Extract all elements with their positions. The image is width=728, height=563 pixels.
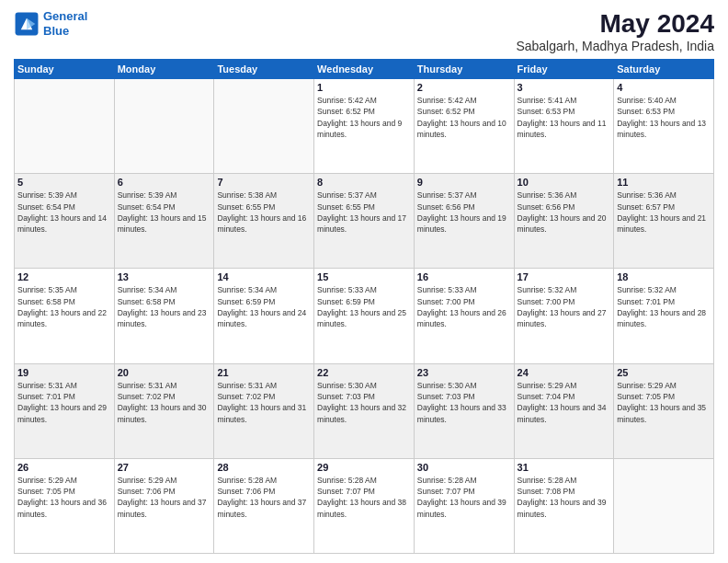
day-info: Sunrise: 5:29 AMSunset: 7:04 PMDaylight:… [518,380,611,425]
week-row-3: 19Sunrise: 5:31 AMSunset: 7:01 PMDayligh… [15,363,714,458]
day-number: 15 [317,271,411,282]
calendar-body: 1Sunrise: 5:42 AMSunset: 6:52 PMDaylight… [15,79,714,554]
logo-blue: Blue [43,24,69,38]
week-row-4: 26Sunrise: 5:29 AMSunset: 7:05 PMDayligh… [15,458,714,553]
calendar-cell: 29Sunrise: 5:28 AMSunset: 7:07 PMDayligh… [314,458,415,553]
day-number: 16 [417,271,511,282]
day-number: 28 [217,462,311,473]
day-info: Sunrise: 5:31 AMSunset: 7:02 PMDaylight:… [118,380,211,425]
title-block: May 2024 Sabalgarh, Madhya Pradesh, Indi… [516,9,714,53]
day-info: Sunrise: 5:34 AMSunset: 6:59 PMDaylight:… [217,284,311,329]
calendar-cell [214,79,314,174]
calendar-cell: 17Sunrise: 5:32 AMSunset: 7:00 PMDayligh… [514,269,614,363]
day-number: 30 [417,462,511,473]
day-number: 9 [417,177,511,188]
day-info: Sunrise: 5:31 AMSunset: 7:02 PMDaylight:… [217,380,311,425]
calendar-cell: 6Sunrise: 5:39 AMSunset: 6:54 PMDaylight… [114,174,214,269]
day-info: Sunrise: 5:29 AMSunset: 7:05 PMDaylight:… [17,475,111,520]
calendar-cell: 21Sunrise: 5:31 AMSunset: 7:02 PMDayligh… [214,363,314,458]
day-info: Sunrise: 5:29 AMSunset: 7:05 PMDaylight:… [617,380,711,425]
calendar-cell [614,458,714,553]
day-info: Sunrise: 5:38 AMSunset: 6:55 PMDaylight:… [217,190,311,235]
logo: General Blue [14,9,87,38]
calendar-cell: 16Sunrise: 5:33 AMSunset: 7:00 PMDayligh… [414,269,514,363]
day-number: 13 [118,271,211,282]
day-number: 17 [518,271,611,282]
day-info: Sunrise: 5:31 AMSunset: 7:01 PMDaylight:… [17,380,111,425]
day-number: 2 [417,82,511,93]
day-info: Sunrise: 5:42 AMSunset: 6:52 PMDaylight:… [317,95,411,140]
day-info: Sunrise: 5:28 AMSunset: 7:06 PMDaylight:… [217,475,311,520]
day-number: 1 [317,82,411,93]
calendar-cell: 13Sunrise: 5:34 AMSunset: 6:58 PMDayligh… [114,269,214,363]
header-day-sunday: Sunday [15,60,115,79]
calendar-cell: 1Sunrise: 5:42 AMSunset: 6:52 PMDaylight… [314,79,415,174]
header: General Blue May 2024 Sabalgarh, Madhya … [14,9,714,53]
day-number: 29 [317,462,411,473]
calendar-cell: 25Sunrise: 5:29 AMSunset: 7:05 PMDayligh… [614,363,714,458]
week-row-2: 12Sunrise: 5:35 AMSunset: 6:58 PMDayligh… [15,269,714,363]
day-number: 3 [518,82,611,93]
calendar-cell: 23Sunrise: 5:30 AMSunset: 7:03 PMDayligh… [414,363,514,458]
calendar-cell: 12Sunrise: 5:35 AMSunset: 6:58 PMDayligh… [15,269,115,363]
day-info: Sunrise: 5:30 AMSunset: 7:03 PMDaylight:… [317,380,411,425]
page: General Blue May 2024 Sabalgarh, Madhya … [0,0,728,563]
day-number: 14 [217,271,311,282]
week-row-1: 5Sunrise: 5:39 AMSunset: 6:54 PMDaylight… [15,174,714,269]
day-number: 10 [518,177,611,188]
header-row: SundayMondayTuesdayWednesdayThursdayFrid… [15,60,714,79]
day-number: 4 [617,82,711,93]
calendar-cell: 19Sunrise: 5:31 AMSunset: 7:01 PMDayligh… [15,363,115,458]
calendar-cell: 7Sunrise: 5:38 AMSunset: 6:55 PMDaylight… [214,174,314,269]
day-info: Sunrise: 5:33 AMSunset: 6:59 PMDaylight:… [317,284,411,329]
calendar-header: SundayMondayTuesdayWednesdayThursdayFrid… [15,60,714,79]
calendar-cell: 8Sunrise: 5:37 AMSunset: 6:55 PMDaylight… [314,174,415,269]
calendar-cell: 4Sunrise: 5:40 AMSunset: 6:53 PMDaylight… [614,79,714,174]
calendar-cell: 27Sunrise: 5:29 AMSunset: 7:06 PMDayligh… [114,458,214,553]
day-number: 6 [118,177,211,188]
day-number: 25 [617,367,711,378]
header-day-wednesday: Wednesday [314,60,415,79]
calendar-cell: 31Sunrise: 5:28 AMSunset: 7:08 PMDayligh… [514,458,614,553]
day-number: 24 [518,367,611,378]
day-info: Sunrise: 5:36 AMSunset: 6:57 PMDaylight:… [617,190,711,235]
day-number: 12 [17,271,111,282]
day-number: 27 [118,462,211,473]
day-number: 20 [118,367,211,378]
day-number: 7 [217,177,311,188]
day-info: Sunrise: 5:37 AMSunset: 6:56 PMDaylight:… [417,190,511,235]
day-info: Sunrise: 5:28 AMSunset: 7:08 PMDaylight:… [518,475,611,520]
calendar-cell: 30Sunrise: 5:28 AMSunset: 7:07 PMDayligh… [414,458,514,553]
calendar-cell: 22Sunrise: 5:30 AMSunset: 7:03 PMDayligh… [314,363,415,458]
day-number: 5 [17,177,111,188]
day-info: Sunrise: 5:41 AMSunset: 6:53 PMDaylight:… [518,95,611,140]
day-number: 31 [518,462,611,473]
day-info: Sunrise: 5:32 AMSunset: 7:01 PMDaylight:… [617,284,711,329]
week-row-0: 1Sunrise: 5:42 AMSunset: 6:52 PMDaylight… [15,79,714,174]
calendar-table: SundayMondayTuesdayWednesdayThursdayFrid… [14,59,714,554]
calendar-cell [15,79,115,174]
header-day-monday: Monday [114,60,214,79]
day-info: Sunrise: 5:42 AMSunset: 6:52 PMDaylight:… [417,95,511,140]
day-number: 8 [317,177,411,188]
calendar-cell: 18Sunrise: 5:32 AMSunset: 7:01 PMDayligh… [614,269,714,363]
header-day-saturday: Saturday [614,60,714,79]
day-info: Sunrise: 5:30 AMSunset: 7:03 PMDaylight:… [417,380,511,425]
calendar-cell: 26Sunrise: 5:29 AMSunset: 7:05 PMDayligh… [15,458,115,553]
logo-general: General [43,9,87,23]
day-info: Sunrise: 5:39 AMSunset: 6:54 PMDaylight:… [118,190,211,235]
calendar-cell: 11Sunrise: 5:36 AMSunset: 6:57 PMDayligh… [614,174,714,269]
logo-text: General Blue [43,9,87,38]
calendar-cell: 5Sunrise: 5:39 AMSunset: 6:54 PMDaylight… [15,174,115,269]
calendar-cell: 3Sunrise: 5:41 AMSunset: 6:53 PMDaylight… [514,79,614,174]
calendar-cell: 14Sunrise: 5:34 AMSunset: 6:59 PMDayligh… [214,269,314,363]
day-info: Sunrise: 5:39 AMSunset: 6:54 PMDaylight:… [17,190,111,235]
subtitle: Sabalgarh, Madhya Pradesh, India [516,39,714,53]
main-title: May 2024 [516,9,714,39]
calendar-cell: 15Sunrise: 5:33 AMSunset: 6:59 PMDayligh… [314,269,415,363]
calendar-cell: 20Sunrise: 5:31 AMSunset: 7:02 PMDayligh… [114,363,214,458]
day-info: Sunrise: 5:28 AMSunset: 7:07 PMDaylight:… [317,475,411,520]
day-number: 18 [617,271,711,282]
calendar-cell: 9Sunrise: 5:37 AMSunset: 6:56 PMDaylight… [414,174,514,269]
calendar-cell: 10Sunrise: 5:36 AMSunset: 6:56 PMDayligh… [514,174,614,269]
